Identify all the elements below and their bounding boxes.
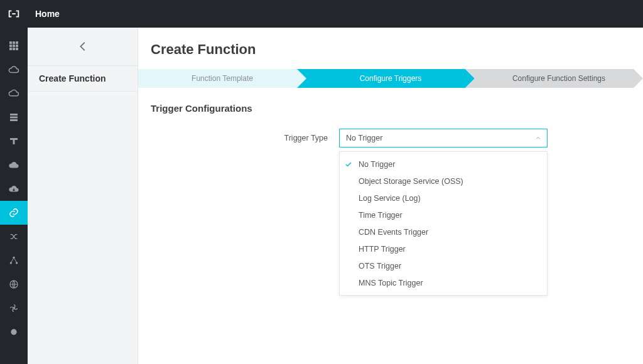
trigger-type-label: Trigger Type: [151, 129, 339, 147]
nav-globe[interactable]: [0, 272, 28, 296]
trigger-type-select-wrap: No Trigger No TriggerObject Storage Serv…: [339, 129, 548, 147]
topbar: Home: [0, 0, 643, 28]
nav-fan[interactable]: [0, 296, 28, 320]
trigger-type-option[interactable]: MNS Topic Trigger: [340, 274, 547, 291]
option-label: No Trigger: [359, 160, 395, 169]
wizard-step-configure-function-settings[interactable]: Configure Function Settings: [465, 69, 643, 88]
brand-logo-icon: [6, 6, 21, 21]
main-content: Create Function Function Template Config…: [138, 28, 643, 364]
svg-rect-6: [16, 45, 18, 47]
svg-point-20: [11, 329, 16, 335]
home-link[interactable]: Home: [35, 9, 60, 19]
nav-rows[interactable]: [0, 105, 28, 129]
wizard-step-configure-triggers[interactable]: Configure Triggers: [297, 69, 475, 88]
svg-rect-8: [13, 48, 15, 50]
svg-rect-1: [9, 41, 12, 44]
trigger-type-option[interactable]: CDN Events Trigger: [340, 223, 547, 240]
option-label: Time Trigger: [359, 211, 403, 220]
nav-cloud-line[interactable]: [0, 82, 28, 105]
option-label: MNS Topic Trigger: [359, 279, 423, 287]
trigger-type-value: No Trigger: [346, 134, 382, 142]
svg-rect-2: [13, 41, 15, 44]
svg-point-16: [10, 262, 12, 264]
nav-shuffle[interactable]: [0, 225, 28, 249]
nav-link[interactable]: [0, 201, 28, 225]
wizard-step-label: Function Template: [192, 74, 253, 83]
option-label: OTS Trigger: [359, 262, 401, 270]
svg-rect-5: [13, 45, 15, 47]
nav-cloud-solid[interactable]: [0, 153, 28, 177]
svg-point-17: [16, 262, 18, 264]
svg-rect-13: [10, 138, 18, 140]
trigger-type-dropdown: No TriggerObject Storage Service (OSS)Lo…: [339, 151, 548, 296]
back-button[interactable]: [28, 28, 138, 65]
trigger-type-option[interactable]: Object Storage Service (OSS): [340, 173, 547, 190]
trigger-type-option[interactable]: No Trigger: [340, 156, 547, 173]
wizard-step-label: Configure Function Settings: [512, 74, 605, 83]
trigger-type-option[interactable]: OTS Trigger: [340, 257, 547, 274]
option-label: Object Storage Service (OSS): [359, 177, 463, 186]
svg-rect-10: [10, 114, 18, 115]
svg-rect-3: [16, 41, 18, 44]
trigger-type-select[interactable]: No Trigger: [339, 129, 548, 147]
wizard-step-label: Configure Triggers: [360, 74, 422, 83]
svg-rect-14: [13, 140, 15, 144]
secondary-link-create-function[interactable]: Create Function: [28, 65, 138, 92]
svg-rect-12: [10, 119, 18, 121]
nav-t-shape[interactable]: [0, 129, 28, 153]
svg-rect-7: [9, 48, 12, 50]
svg-rect-9: [16, 48, 18, 50]
check-icon: [345, 161, 352, 168]
page-title: Create Function: [138, 28, 643, 69]
nav-cloud-outline[interactable]: [0, 58, 28, 82]
nav-circle[interactable]: [0, 320, 28, 344]
nav-nodes[interactable]: [0, 249, 28, 272]
svg-rect-11: [10, 117, 18, 119]
nav-grid[interactable]: [0, 34, 28, 58]
trigger-type-option[interactable]: HTTP Trigger: [340, 240, 547, 257]
option-label: Log Service (Log): [359, 194, 421, 203]
wizard-step-function-template[interactable]: Function Template: [138, 69, 306, 88]
trigger-type-option[interactable]: Time Trigger: [340, 206, 547, 223]
trigger-type-option[interactable]: Log Service (Log): [340, 190, 547, 206]
form-row-trigger-type: Trigger Type No Trigger No TriggerObject…: [138, 129, 643, 147]
svg-rect-4: [9, 45, 12, 47]
svg-point-15: [13, 257, 14, 259]
nav-cloud-download[interactable]: [0, 177, 28, 201]
primary-sidebar: [0, 28, 28, 364]
section-title: Trigger Configurations: [138, 88, 643, 120]
secondary-sidebar: Create Function: [28, 28, 138, 364]
option-label: CDN Events Trigger: [359, 228, 428, 237]
chevron-up-icon: [534, 134, 542, 142]
option-label: HTTP Trigger: [359, 245, 406, 254]
wizard-steps: Function Template Configure Triggers Con…: [138, 69, 643, 88]
